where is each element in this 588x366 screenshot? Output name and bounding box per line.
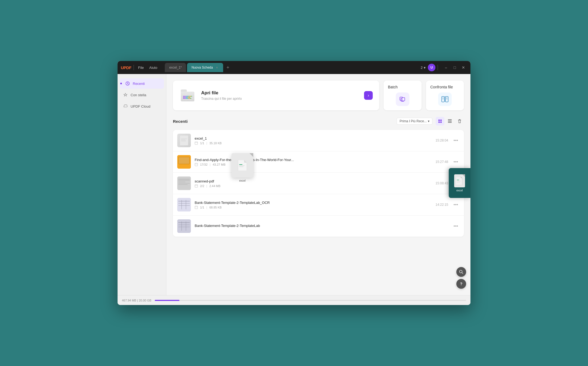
file-name-bank: Bank-Statement-Template-2-TemplateLab (195, 224, 448, 228)
grid-view-button[interactable] (445, 117, 454, 126)
help-float-button[interactable]: ? (456, 279, 466, 289)
sort-dropdown[interactable]: Prima I Più Rece... ▾ (397, 118, 432, 125)
file-meta-excel1: 1/1 | 35.18 KB (195, 142, 432, 145)
app-window: UPDF File Aiuto excel_1* Nuova Scheda ✕ … (118, 61, 470, 305)
sort-chevron-icon: ▾ (428, 119, 429, 123)
file-time-scanned: 15:08:43 (435, 181, 448, 185)
file-thumb-bank (177, 219, 191, 233)
close-button[interactable]: ✕ (460, 64, 467, 71)
svg-line-52 (462, 273, 463, 274)
file-info-bank: Bank-Statement-Template-2-TemplateLab (195, 224, 448, 229)
title-bar-right: 2 ▾ U – □ ✕ (421, 64, 467, 71)
tab-close-icon[interactable]: ✕ (215, 66, 219, 69)
delete-all-button[interactable] (455, 117, 464, 126)
file-thumb-bank-ocr (177, 198, 191, 211)
file-item-bank-ocr[interactable]: Bank-Statement-Template-2-TemplateLab_OC… (173, 194, 464, 216)
svg-rect-11 (438, 120, 440, 121)
divider2 (438, 65, 438, 70)
sidebar-recenti-label: Recenti (133, 82, 145, 86)
clock-icon (125, 81, 130, 86)
file-thumb-scanned (177, 176, 191, 190)
user-avatar[interactable]: U (428, 64, 435, 71)
action-cards: Apri file Trascina qui il file per aprir… (173, 81, 464, 110)
open-file-title: Apri file (201, 90, 242, 96)
sidebar-item-updf-cloud[interactable]: UPDF Cloud (120, 101, 164, 111)
tabs-area: excel_1* Nuova Scheda ✕ + (165, 63, 418, 72)
maximize-button[interactable]: □ (451, 64, 459, 71)
svg-rect-53 (239, 164, 242, 165)
file-item-excel1[interactable]: excel_1 1/1 | 35.18 KB 15:28:04 ••• (173, 130, 464, 151)
file-item-scanned[interactable]: scanned-pdf 2/2 | 2.44 MB 15:08:43 ••• (173, 173, 464, 194)
file-item-bank[interactable]: Bank-Statement-Template-2-TemplateLab ••… (173, 216, 464, 237)
batch-title: Batch (388, 85, 398, 89)
svg-rect-35 (195, 185, 198, 187)
sidebar-recenti-wrapper: Recenti (120, 78, 164, 89)
svg-rect-45 (177, 219, 191, 233)
tab-nuova-label: Nuova Scheda (191, 66, 213, 69)
cloud-icon (123, 104, 128, 109)
compare-card[interactable]: Confronta file (426, 81, 464, 110)
svg-rect-22 (195, 142, 198, 145)
sidebar-con-stella-label: Con stella (131, 93, 146, 97)
compare-icon (438, 92, 452, 106)
file-more-bank-ocr[interactable]: ••• (452, 201, 460, 208)
open-file-subtitle: Trascina qui il file per aprirlo (201, 97, 242, 101)
sidebar-item-recenti[interactable]: Recenti (120, 78, 164, 89)
recents-title: Recenti (173, 119, 188, 124)
file-name-excel1: excel_1 (195, 136, 432, 140)
svg-rect-54 (239, 165, 245, 166)
minimize-button[interactable]: – (442, 64, 450, 71)
sidebar-updf-cloud-label: UPDF Cloud (131, 104, 150, 108)
file-thumb-find-apply (177, 155, 191, 169)
tab-nuova[interactable]: Nuova Scheda ✕ (187, 63, 223, 72)
svg-rect-27 (195, 163, 198, 166)
menu-file[interactable]: File (136, 65, 146, 71)
storage-progress-bar (155, 300, 466, 301)
window-controls: – □ ✕ (442, 64, 467, 71)
view-buttons (436, 117, 464, 126)
svg-rect-18 (180, 136, 188, 145)
file-time-bank-ocr: 14:22:15 (435, 203, 448, 207)
batch-card[interactable]: Batch (384, 81, 422, 110)
window-count[interactable]: 2 ▾ (421, 66, 426, 70)
menu-aiuto[interactable]: Aiuto (147, 65, 160, 71)
file-time-find-apply: 15:27:48 (435, 160, 448, 164)
file-more-excel1[interactable]: ••• (452, 137, 460, 144)
svg-rect-58 (457, 182, 460, 182)
svg-rect-26 (179, 157, 189, 164)
svg-rect-43 (195, 206, 198, 209)
bottom-bar: 467.94 MB | 20.00 GB (118, 295, 470, 305)
file-thumb-excel1 (177, 134, 191, 147)
svg-rect-3 (402, 98, 405, 101)
file-meta-find-apply: 17/32 | 43.27 MB (195, 163, 432, 166)
svg-rect-16 (448, 121, 452, 121)
drag-file-overlay: excel (232, 153, 253, 182)
file-name-scanned: scanned-pdf (195, 179, 432, 183)
content-area: Apri file Trascina qui il file per aprir… (166, 74, 470, 295)
sidebar-item-con-stella[interactable]: Con stella (120, 90, 164, 100)
pinned-file[interactable]: excel (449, 168, 470, 198)
open-file-card[interactable]: Apri file Trascina qui il file per aprir… (173, 81, 379, 110)
svg-rect-37 (177, 198, 191, 211)
file-info-scanned: scanned-pdf 2/2 | 2.44 MB (195, 179, 432, 188)
file-meta-bank-ocr: 1/1 | 68.85 KB (195, 206, 432, 209)
sort-label: Prima I Più Rece... (400, 119, 427, 123)
open-file-arrow-button[interactable]: › (364, 91, 373, 100)
svg-rect-14 (440, 121, 442, 123)
svg-rect-56 (457, 180, 459, 180)
file-name-bank-ocr: Bank-Statement-Template-2-TemplateLab_OC… (195, 201, 432, 205)
help-icon: ? (460, 282, 463, 286)
file-more-bank[interactable]: ••• (452, 222, 460, 230)
file-more-find-apply[interactable]: ••• (452, 158, 460, 166)
svg-rect-12 (440, 120, 442, 121)
list-view-button[interactable] (436, 117, 444, 126)
tab-excel1[interactable]: excel_1* (165, 63, 186, 72)
pinned-file-icon (454, 174, 465, 187)
file-item-find-apply[interactable]: Find-and-Apply-For-the-Best-Institutes-I… (173, 151, 464, 173)
svg-rect-17 (448, 122, 452, 123)
search-float-button[interactable] (456, 267, 466, 277)
float-buttons: ? (456, 267, 466, 289)
file-info-find-apply: Find-and-Apply-For-the-Best-Institutes-I… (195, 158, 432, 166)
tab-add-button[interactable]: + (224, 65, 232, 70)
file-list: excel_1 1/1 | 35.18 KB 15:28:04 ••• (173, 130, 464, 237)
